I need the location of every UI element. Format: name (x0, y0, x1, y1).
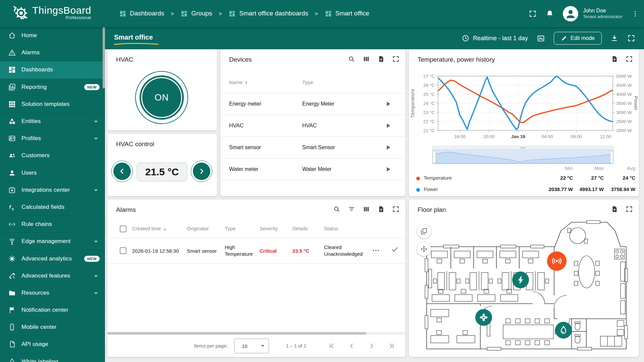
export-icon[interactable] (611, 205, 618, 213)
increase-temperature-button[interactable] (193, 163, 210, 180)
widget-devices: Devices Name TypeEnergy meterEnergy Mete… (220, 49, 406, 196)
column-header-type[interactable]: Type (225, 226, 236, 231)
sidebar-item-solution-templates[interactable]: Solution templates (0, 96, 105, 113)
fullscreen-icon[interactable] (626, 205, 633, 213)
sidebar-item-entities[interactable]: Entities (0, 113, 105, 130)
sidebar-item-resources[interactable]: Resources (0, 285, 105, 302)
acknowledge-check-icon[interactable] (391, 245, 399, 253)
time-series-chart[interactable]: 27 °C26 °C25 °C24 °C23 °C22 °C21 °C5000 … (409, 49, 639, 165)
avatar[interactable] (563, 6, 578, 21)
sidebar-item-home[interactable]: Home (0, 27, 105, 44)
api-icon (8, 340, 16, 348)
fullscreen-icon[interactable] (529, 10, 537, 18)
sidebar-item-edge-management[interactable]: Edge management (0, 233, 105, 250)
sidebar-item-dashboards[interactable]: Dashboards (0, 61, 105, 78)
export-icon[interactable] (377, 205, 385, 213)
select-all-checkbox[interactable] (120, 226, 126, 232)
notifications-bell-icon[interactable] (545, 9, 554, 18)
user-role: Tenant administrator (583, 14, 623, 19)
dashboard-fullscreen-icon[interactable] (627, 34, 635, 42)
sidebar-item-label: Advanced features (21, 273, 92, 279)
sidebar-item-rule-chains[interactable]: Rule chains (0, 216, 105, 233)
smart-sensor-marker[interactable] (547, 251, 567, 271)
column-header-created-time[interactable]: Created time (132, 226, 167, 232)
sidebar-item-api-usage[interactable]: API usage (0, 336, 105, 353)
last-page-button[interactable] (386, 341, 397, 351)
sidebar-item-advanced-analytics[interactable]: Advanced analyticsNEW (0, 250, 105, 267)
device-details-play-icon[interactable] (384, 166, 392, 173)
sidebar-item-white-labeling[interactable]: White labeling (0, 353, 105, 362)
column-header-severity[interactable]: Severity (260, 226, 278, 231)
sidebar-item-label: API usage (21, 341, 100, 348)
hvac-power-state: ON (155, 93, 169, 103)
previous-page-button[interactable] (346, 341, 357, 351)
new-badge: NEW (84, 84, 100, 90)
sidebar-item-alarms[interactable]: Alarms (0, 44, 105, 61)
search-icon[interactable] (333, 205, 340, 213)
device-type-cell: Smart Sensor (302, 144, 335, 150)
sidebar-item-advanced-features[interactable]: Advanced features (0, 267, 105, 285)
edit-mode-label: Edit mode (571, 35, 595, 41)
search-icon[interactable] (348, 55, 355, 63)
device-name-cell: Energy meter (229, 101, 261, 107)
export-icon[interactable] (377, 55, 385, 63)
edit-mode-button[interactable]: Edit mode (554, 32, 602, 44)
more-actions-icon[interactable]: ••• (373, 247, 380, 253)
svg-text:12:00: 12:00 (600, 134, 611, 139)
sidebar-item-notification-center[interactable]: Notification center (0, 302, 105, 319)
chevron-down-icon (92, 272, 100, 280)
floorplan-drawing[interactable] (417, 218, 634, 352)
water-meter-marker[interactable] (555, 322, 572, 339)
svg-text:Jan 19: Jan 19 (511, 134, 525, 139)
sidebar-item-integrations-center[interactable]: Integrations center (0, 182, 105, 199)
decrease-temperature-button[interactable] (113, 163, 131, 180)
dashboard-image-icon[interactable] (537, 34, 545, 43)
column-header-name[interactable]: Name (229, 79, 249, 85)
energy-meter-marker[interactable] (512, 272, 529, 288)
filter-icon[interactable] (348, 205, 355, 213)
timewindow-button[interactable]: Realtime - last 1 day (462, 34, 528, 42)
svg-text:4500 W: 4500 W (616, 83, 632, 88)
breadcrumb-item[interactable]: Groups (180, 10, 212, 17)
more-vert-icon[interactable] (631, 10, 639, 18)
breadcrumb-item[interactable]: Dashboards (119, 10, 164, 17)
pan-button[interactable] (417, 242, 431, 256)
svg-text:25 °C: 25 °C (423, 92, 435, 97)
legend-row[interactable]: Temperature22 °C27 °C24 °C (409, 175, 639, 183)
horizontal-scrollbar[interactable] (107, 332, 406, 335)
sidebar-item-profiles[interactable]: Profiles (0, 130, 105, 147)
device-details-play-icon[interactable] (384, 122, 392, 129)
breadcrumb-item[interactable]: Smart office dashboards (228, 10, 308, 17)
column-header-status[interactable]: Status (324, 226, 338, 231)
row-checkbox[interactable] (120, 247, 126, 254)
first-page-button[interactable] (326, 341, 337, 351)
hvac-marker[interactable] (475, 309, 492, 326)
download-icon[interactable] (610, 34, 619, 42)
next-page-button[interactable] (366, 341, 377, 351)
sidebar-item-users[interactable]: Users (0, 165, 105, 182)
columns-icon[interactable] (363, 55, 370, 63)
sidebar-item-reporting[interactable]: ReportingNEW (0, 79, 105, 96)
hvac-power-button[interactable]: ON (140, 75, 184, 120)
home-icon (8, 32, 16, 40)
analytics-icon (8, 255, 16, 263)
breadcrumb-item[interactable]: Smart office (325, 10, 369, 17)
device-details-play-icon[interactable] (384, 144, 392, 151)
sidebar-item-label: Calculated fields (21, 204, 100, 210)
column-header-details[interactable]: Details (292, 226, 308, 231)
app-logo[interactable]: ThingsBoard Professional (13, 5, 91, 20)
layers-button[interactable] (417, 224, 431, 238)
select-arrow-icon (261, 345, 265, 347)
legend-row[interactable]: Power2038.77 W4993.17 W3758.94 W (409, 186, 639, 195)
column-header-originator[interactable]: Originator (187, 226, 209, 231)
columns-icon[interactable] (363, 205, 370, 213)
fullscreen-icon[interactable] (392, 55, 399, 63)
device-details-play-icon[interactable] (384, 100, 392, 108)
sidebar-item-calculated-fields[interactable]: fxCalculated fields (0, 199, 105, 216)
sidebar-item-label: Reporting (21, 84, 84, 90)
sidebar-item-customers[interactable]: Customers (0, 147, 105, 164)
column-header-type[interactable]: Type (302, 79, 313, 85)
fullscreen-icon[interactable] (392, 205, 399, 213)
page-size-select[interactable]: 10 (234, 339, 269, 353)
sidebar-item-mobile-center[interactable]: Mobile center (0, 319, 105, 336)
